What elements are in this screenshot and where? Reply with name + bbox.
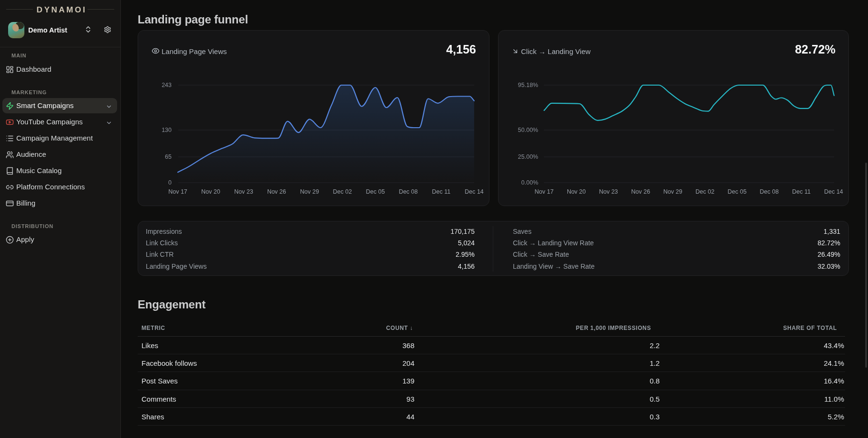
svg-text:Nov 20: Nov 20: [201, 188, 220, 195]
svg-text:Nov 29: Nov 29: [300, 188, 319, 195]
svg-text:Nov 23: Nov 23: [234, 188, 253, 195]
svg-text:65: 65: [165, 153, 172, 160]
svg-text:0: 0: [168, 179, 172, 186]
svg-text:Dec 08: Dec 08: [760, 188, 779, 195]
svg-text:Nov 29: Nov 29: [663, 188, 683, 195]
svg-text:Nov 20: Nov 20: [567, 188, 586, 195]
svg-text:Nov 17: Nov 17: [168, 188, 187, 195]
svg-text:Dec 08: Dec 08: [399, 188, 418, 195]
svg-text:Dec 14: Dec 14: [824, 188, 843, 195]
svg-text:50.00%: 50.00%: [518, 127, 538, 133]
svg-text:Dec 02: Dec 02: [333, 188, 352, 195]
svg-text:Dec 11: Dec 11: [792, 188, 811, 195]
svg-text:Nov 17: Nov 17: [535, 188, 554, 195]
svg-text:Dec 11: Dec 11: [432, 188, 451, 195]
svg-text:25.00%: 25.00%: [518, 153, 538, 160]
svg-text:Dec 14: Dec 14: [465, 188, 484, 195]
svg-text:130: 130: [162, 127, 172, 133]
svg-text:Nov 23: Nov 23: [599, 188, 618, 195]
svg-text:243: 243: [162, 82, 172, 88]
svg-text:Dec 05: Dec 05: [727, 188, 747, 195]
svg-text:95.18%: 95.18%: [518, 82, 538, 88]
svg-text:Dec 02: Dec 02: [695, 188, 715, 195]
svg-text:Dec 05: Dec 05: [366, 188, 385, 195]
svg-text:Nov 26: Nov 26: [631, 188, 650, 195]
svg-text:Nov 26: Nov 26: [267, 188, 286, 195]
svg-text:0.00%: 0.00%: [521, 179, 538, 186]
